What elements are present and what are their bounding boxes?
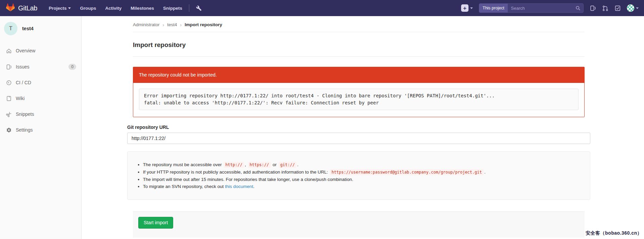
main-content: Administrator › test4 › Import repositor… [82,16,644,239]
nav-divider [189,4,189,12]
project-avatar: T [4,22,17,35]
wiki-book-icon [6,96,12,101]
admin-wrench-icon[interactable] [196,5,202,11]
merge-request-icon[interactable] [602,5,608,11]
search-scope-label[interactable]: This project [479,4,508,12]
chevron-right-icon: › [163,22,164,27]
sidebar-nav: Overview Issues 0 CI / CD [0,43,81,138]
project-name: test4 [22,26,34,31]
plus-icon: + [461,4,468,12]
chevron-down-icon [68,7,71,9]
error-log: Error importing repository http://0177.1… [139,89,579,110]
issues-icon [6,64,12,70]
import-info-well: The repository must be accessible over h… [127,151,590,200]
breadcrumb-current: Import repository [185,22,222,28]
gitlab-tanuki-icon [6,3,15,13]
git-repo-url-input[interactable] [127,133,590,144]
chevron-down-icon [470,7,473,9]
info-bullet-protocols: The repository must be accessible over h… [143,161,584,169]
top-navbar: GitLab Projects Groups Activity Mileston… [0,0,644,16]
gitlab-import-repository-screen: GitLab Projects Groups Activity Mileston… [0,0,644,239]
code-auth-url: https://username:password@gitlab.company… [330,169,484,175]
watermark: 安全客（bobao.360.cn） [586,230,642,236]
sidebar-item-label: Wiki [16,96,24,101]
project-sidebar: T test4 Overview Issues 0 [0,16,82,239]
user-menu[interactable] [627,4,639,12]
main-nav: Projects Groups Activity Milestones Snip… [49,6,182,11]
error-log-line: Error importing repository http://0177.1… [144,92,574,99]
git-repo-url-label: Git repository URL [127,125,590,130]
nav-activity[interactable]: Activity [105,6,121,11]
code-http: http:// [224,162,244,168]
gear-icon [6,127,12,133]
sidebar-item-wiki[interactable]: Wiki [0,91,81,106]
sidebar-item-label: Snippets [16,111,34,117]
start-import-button[interactable]: Start import [138,217,173,229]
gauge-icon [6,80,12,86]
alert-title: The repository could not be imported. [133,67,584,83]
info-bullet-svn: To migrate an SVN repository, check out … [143,183,584,190]
nav-snippets[interactable]: Snippets [163,6,182,11]
issues-icon[interactable] [590,5,596,11]
sidebar-item-label: Settings [16,127,33,133]
home-icon [6,48,12,54]
scissors-icon [6,111,12,117]
search-input[interactable] [508,6,583,11]
breadcrumb-test4[interactable]: test4 [167,22,177,28]
sidebar-item-issues[interactable]: Issues 0 [0,59,81,75]
alert-body: Error importing repository http://0177.1… [133,83,584,117]
sidebar-item-label: CI / CD [16,80,31,86]
this-document-link[interactable]: this document [225,184,253,189]
search-icon[interactable] [576,6,581,12]
sidebar-item-label: Issues [16,64,29,70]
gitlab-logo[interactable]: GitLab [6,3,37,13]
error-log-line: fatal: unable to access 'http://0177.1:2… [144,99,574,106]
navbar-right: + This project [461,3,639,13]
gitlab-wordmark: GitLab [18,4,37,12]
user-avatar [627,4,634,12]
new-dropdown[interactable]: + [461,4,473,12]
todos-icon[interactable] [614,5,621,11]
sidebar-item-settings[interactable]: Settings [0,122,81,138]
search-box: This project [479,3,584,13]
nav-projects[interactable]: Projects [49,6,71,11]
project-header[interactable]: T test4 [0,19,81,38]
info-bullet-auth: If your HTTP repository is not publicly … [143,169,584,176]
sidebar-item-ci-cd[interactable]: CI / CD [0,75,81,91]
code-git: git:// [279,162,296,168]
chevron-right-icon: › [180,22,182,27]
issues-count-badge: 0 [68,64,76,70]
nav-milestones[interactable]: Milestones [131,6,154,11]
form-actions: Start import [133,211,585,238]
page-title: Import repository [133,41,585,57]
nav-groups[interactable]: Groups [80,6,96,11]
import-error-alert: The repository could not be imported. Er… [133,67,585,117]
chevron-down-icon [636,7,639,9]
sidebar-item-overview[interactable]: Overview [0,43,81,59]
breadcrumb: Administrator › test4 › Import repositor… [133,16,585,32]
breadcrumb-administrator[interactable]: Administrator [133,22,160,28]
sidebar-item-snippets[interactable]: Snippets [0,106,81,122]
code-https: https:// [248,162,271,168]
sidebar-item-label: Overview [16,48,35,54]
info-bullet-timeout: The import will time out after 15 minute… [143,176,584,183]
